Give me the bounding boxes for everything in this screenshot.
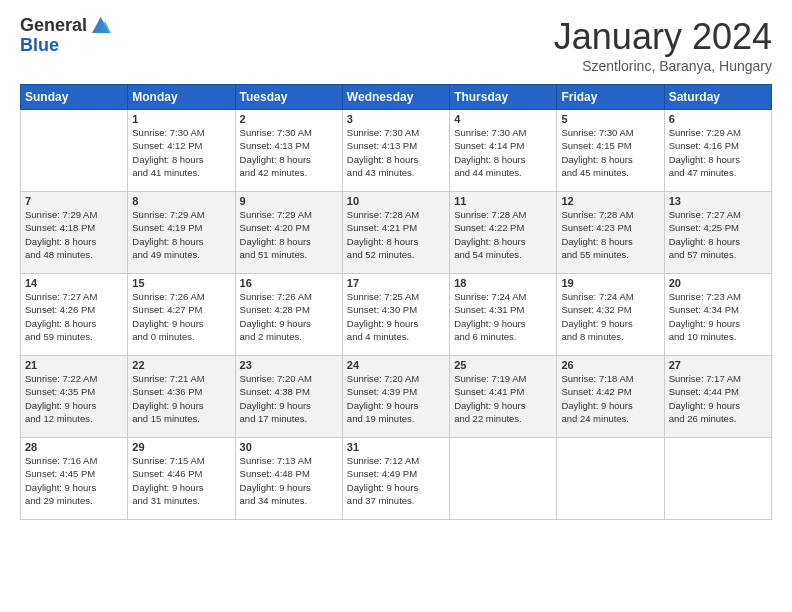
day-number: 20 — [669, 277, 767, 289]
daylight-text-cont: and 49 minutes. — [132, 249, 200, 260]
day-info: Sunrise: 7:24 AMSunset: 4:32 PMDaylight:… — [561, 290, 659, 343]
day-info: Sunrise: 7:22 AMSunset: 4:35 PMDaylight:… — [25, 372, 123, 425]
day-info: Sunrise: 7:13 AMSunset: 4:48 PMDaylight:… — [240, 454, 338, 507]
table-row: 7Sunrise: 7:29 AMSunset: 4:18 PMDaylight… — [21, 192, 128, 274]
table-row: 21Sunrise: 7:22 AMSunset: 4:35 PMDayligh… — [21, 356, 128, 438]
daylight-text: Daylight: 8 hours — [669, 236, 740, 247]
sunset-text: Sunset: 4:27 PM — [132, 304, 202, 315]
sunset-text: Sunset: 4:16 PM — [669, 140, 739, 151]
daylight-text: Daylight: 9 hours — [132, 482, 203, 493]
day-info: Sunrise: 7:30 AMSunset: 4:15 PMDaylight:… — [561, 126, 659, 179]
table-row: 16Sunrise: 7:26 AMSunset: 4:28 PMDayligh… — [235, 274, 342, 356]
month-title: January 2024 — [554, 16, 772, 58]
day-info: Sunrise: 7:23 AMSunset: 4:34 PMDaylight:… — [669, 290, 767, 343]
sunrise-text: Sunrise: 7:17 AM — [669, 373, 741, 384]
sunrise-text: Sunrise: 7:28 AM — [347, 209, 419, 220]
day-number: 21 — [25, 359, 123, 371]
daylight-text: Daylight: 8 hours — [347, 236, 418, 247]
sunrise-text: Sunrise: 7:25 AM — [347, 291, 419, 302]
daylight-text: Daylight: 9 hours — [347, 482, 418, 493]
logo-general-text: General — [20, 16, 87, 36]
table-row: 12Sunrise: 7:28 AMSunset: 4:23 PMDayligh… — [557, 192, 664, 274]
day-info: Sunrise: 7:26 AMSunset: 4:27 PMDaylight:… — [132, 290, 230, 343]
day-info: Sunrise: 7:20 AMSunset: 4:39 PMDaylight:… — [347, 372, 445, 425]
sunrise-text: Sunrise: 7:30 AM — [132, 127, 204, 138]
sunset-text: Sunset: 4:46 PM — [132, 468, 202, 479]
sunset-text: Sunset: 4:44 PM — [669, 386, 739, 397]
day-number: 14 — [25, 277, 123, 289]
day-number: 24 — [347, 359, 445, 371]
calendar-table: Sunday Monday Tuesday Wednesday Thursday… — [20, 84, 772, 520]
daylight-text-cont: and 31 minutes. — [132, 495, 200, 506]
day-info: Sunrise: 7:28 AMSunset: 4:23 PMDaylight:… — [561, 208, 659, 261]
daylight-text: Daylight: 9 hours — [347, 400, 418, 411]
day-info: Sunrise: 7:15 AMSunset: 4:46 PMDaylight:… — [132, 454, 230, 507]
daylight-text-cont: and 22 minutes. — [454, 413, 522, 424]
sunset-text: Sunset: 4:13 PM — [240, 140, 310, 151]
table-row — [21, 110, 128, 192]
daylight-text-cont: and 48 minutes. — [25, 249, 93, 260]
sunrise-text: Sunrise: 7:19 AM — [454, 373, 526, 384]
daylight-text: Daylight: 8 hours — [25, 318, 96, 329]
daylight-text-cont: and 29 minutes. — [25, 495, 93, 506]
table-row: 5Sunrise: 7:30 AMSunset: 4:15 PMDaylight… — [557, 110, 664, 192]
daylight-text: Daylight: 8 hours — [669, 154, 740, 165]
table-row: 19Sunrise: 7:24 AMSunset: 4:32 PMDayligh… — [557, 274, 664, 356]
daylight-text-cont: and 55 minutes. — [561, 249, 629, 260]
sunset-text: Sunset: 4:30 PM — [347, 304, 417, 315]
sunrise-text: Sunrise: 7:29 AM — [25, 209, 97, 220]
daylight-text-cont: and 54 minutes. — [454, 249, 522, 260]
sunset-text: Sunset: 4:45 PM — [25, 468, 95, 479]
sunrise-text: Sunrise: 7:15 AM — [132, 455, 204, 466]
day-number: 22 — [132, 359, 230, 371]
day-info: Sunrise: 7:29 AMSunset: 4:16 PMDaylight:… — [669, 126, 767, 179]
daylight-text: Daylight: 9 hours — [25, 400, 96, 411]
day-info: Sunrise: 7:18 AMSunset: 4:42 PMDaylight:… — [561, 372, 659, 425]
daylight-text-cont: and 52 minutes. — [347, 249, 415, 260]
sunrise-text: Sunrise: 7:27 AM — [669, 209, 741, 220]
daylight-text-cont: and 26 minutes. — [669, 413, 737, 424]
daylight-text: Daylight: 9 hours — [132, 318, 203, 329]
sunset-text: Sunset: 4:20 PM — [240, 222, 310, 233]
day-number: 19 — [561, 277, 659, 289]
daylight-text-cont: and 45 minutes. — [561, 167, 629, 178]
table-row: 2Sunrise: 7:30 AMSunset: 4:13 PMDaylight… — [235, 110, 342, 192]
day-number: 31 — [347, 441, 445, 453]
sunset-text: Sunset: 4:28 PM — [240, 304, 310, 315]
day-number: 12 — [561, 195, 659, 207]
daylight-text: Daylight: 8 hours — [132, 236, 203, 247]
daylight-text: Daylight: 9 hours — [454, 400, 525, 411]
sunrise-text: Sunrise: 7:29 AM — [669, 127, 741, 138]
day-info: Sunrise: 7:28 AMSunset: 4:22 PMDaylight:… — [454, 208, 552, 261]
daylight-text: Daylight: 8 hours — [347, 154, 418, 165]
daylight-text-cont: and 37 minutes. — [347, 495, 415, 506]
daylight-text: Daylight: 8 hours — [454, 154, 525, 165]
sunset-text: Sunset: 4:32 PM — [561, 304, 631, 315]
sunrise-text: Sunrise: 7:29 AM — [240, 209, 312, 220]
day-info: Sunrise: 7:25 AMSunset: 4:30 PMDaylight:… — [347, 290, 445, 343]
daylight-text: Daylight: 9 hours — [25, 482, 96, 493]
sunrise-text: Sunrise: 7:16 AM — [25, 455, 97, 466]
day-number: 13 — [669, 195, 767, 207]
day-info: Sunrise: 7:30 AMSunset: 4:14 PMDaylight:… — [454, 126, 552, 179]
sunset-text: Sunset: 4:19 PM — [132, 222, 202, 233]
day-info: Sunrise: 7:27 AMSunset: 4:26 PMDaylight:… — [25, 290, 123, 343]
table-row: 14Sunrise: 7:27 AMSunset: 4:26 PMDayligh… — [21, 274, 128, 356]
table-row: 26Sunrise: 7:18 AMSunset: 4:42 PMDayligh… — [557, 356, 664, 438]
daylight-text: Daylight: 9 hours — [669, 318, 740, 329]
day-info: Sunrise: 7:28 AMSunset: 4:21 PMDaylight:… — [347, 208, 445, 261]
table-row: 8Sunrise: 7:29 AMSunset: 4:19 PMDaylight… — [128, 192, 235, 274]
daylight-text: Daylight: 9 hours — [347, 318, 418, 329]
calendar-week-row: 14Sunrise: 7:27 AMSunset: 4:26 PMDayligh… — [21, 274, 772, 356]
daylight-text: Daylight: 9 hours — [132, 400, 203, 411]
day-number: 9 — [240, 195, 338, 207]
table-row: 17Sunrise: 7:25 AMSunset: 4:30 PMDayligh… — [342, 274, 449, 356]
table-row: 31Sunrise: 7:12 AMSunset: 4:49 PMDayligh… — [342, 438, 449, 520]
logo-icon — [89, 14, 111, 36]
daylight-text-cont: and 19 minutes. — [347, 413, 415, 424]
daylight-text: Daylight: 8 hours — [561, 154, 632, 165]
table-row: 27Sunrise: 7:17 AMSunset: 4:44 PMDayligh… — [664, 356, 771, 438]
sunrise-text: Sunrise: 7:30 AM — [240, 127, 312, 138]
sunrise-text: Sunrise: 7:30 AM — [347, 127, 419, 138]
calendar-week-row: 28Sunrise: 7:16 AMSunset: 4:45 PMDayligh… — [21, 438, 772, 520]
